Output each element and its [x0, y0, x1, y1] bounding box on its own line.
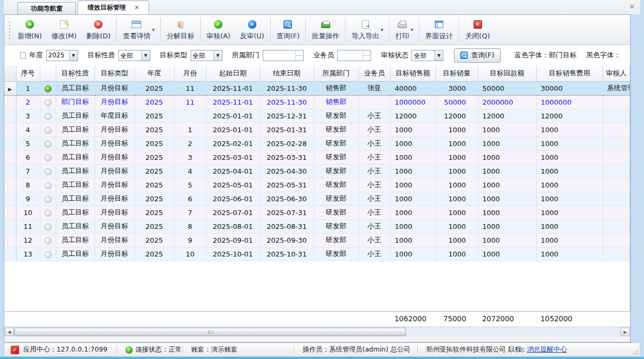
column-header-nature[interactable]: 目标性质 — [56, 66, 95, 81]
cell-year[interactable]: 2025 — [134, 233, 174, 247]
cell-sales[interactable]: 1000 — [390, 247, 435, 261]
cell-expense[interactable]: 30000 — [536, 81, 603, 95]
cell-person[interactable]: 小王 — [358, 219, 390, 233]
table-row[interactable]: 6员工目标月份目标202532025-03-012025-03-31研发部小王1… — [4, 150, 630, 164]
chevron-down-icon[interactable]: ▾ — [381, 27, 383, 32]
cell-dept[interactable]: 研发部 — [314, 233, 358, 247]
cell-end[interactable]: 2025-09-30 — [260, 233, 314, 247]
table-row[interactable]: 4员工目标月份目标202512025-01-012025-01-31研发部小王1… — [4, 123, 630, 136]
cell-seq[interactable]: 6 — [16, 150, 40, 164]
cell-sales[interactable]: 1000 — [390, 206, 435, 219]
cell-qty[interactable]: 1000 — [435, 178, 478, 192]
cell-expense[interactable]: 1000 — [536, 247, 603, 261]
table-row[interactable]: 9员工目标月份目标202562025-06-012025-06-30研发部小王1… — [4, 192, 630, 206]
cell-seq[interactable]: 2 — [16, 95, 40, 109]
cell-year[interactable]: 2025 — [134, 150, 174, 164]
cell-qty[interactable]: 1000 — [435, 123, 478, 136]
cell-qty[interactable]: 1000 — [435, 136, 478, 150]
cell-type[interactable]: 月份目标 — [95, 233, 134, 247]
cell-status[interactable] — [40, 178, 56, 192]
cell-expense[interactable]: 1000 — [536, 178, 603, 192]
chevron-down-icon[interactable]: ▾ — [152, 27, 154, 32]
cell-type[interactable]: 月份目标 — [95, 178, 134, 192]
cell-end[interactable]: 2025-10-31 — [260, 247, 314, 261]
cell-dept[interactable]: 研发部 — [314, 136, 358, 150]
scroll-left-icon[interactable]: ◀ — [5, 328, 14, 336]
cell-qty[interactable]: 50000 — [435, 95, 478, 109]
cell-person[interactable]: 小王 — [358, 192, 390, 206]
cell-sales[interactable]: 1000 — [390, 219, 435, 233]
column-header-type[interactable]: 目标类型 — [95, 66, 134, 81]
tab-performance-target[interactable]: 绩效目标管理 ✕ — [78, 1, 149, 14]
year-select[interactable]: 2025▼ — [46, 50, 78, 61]
query-toolbar-button[interactable]: 查询(F) — [272, 16, 305, 44]
cell-qty[interactable]: 1000 — [435, 247, 478, 261]
cell-seq[interactable]: 11 — [16, 219, 40, 233]
column-header-person[interactable]: 业务员 — [358, 66, 390, 81]
cell-type[interactable]: 月份目标 — [95, 136, 134, 150]
tab-close-icon[interactable]: ✕ — [134, 4, 139, 11]
dept-input[interactable]: ··· — [263, 50, 304, 61]
column-header-end[interactable]: 结束日期 — [260, 66, 314, 81]
audit-status-select[interactable]: 全部▼ — [411, 50, 443, 61]
print-button[interactable]: 打印 ▾ — [391, 16, 418, 44]
cell-year[interactable]: 2025 — [134, 109, 174, 123]
table-row[interactable]: 5员工目标月份目标202522025-02-012025-02-28研发部小王1… — [4, 136, 630, 150]
cell-nature[interactable]: 员工目标 — [56, 219, 95, 233]
cell-nature[interactable]: 员工目标 — [56, 178, 95, 192]
scroll-right-icon[interactable]: ▶ — [621, 328, 630, 336]
cell-auditor[interactable] — [603, 150, 630, 164]
cell-year[interactable]: 2025 — [134, 247, 174, 261]
cell-sales[interactable]: 1000000 — [390, 95, 435, 109]
cell-dept[interactable]: 研发部 — [314, 150, 358, 164]
close-button[interactable]: ✕ 关闭(Q) — [460, 16, 494, 44]
cell-month[interactable]: 6 — [174, 192, 206, 206]
cell-expense[interactable]: 1000 — [536, 164, 603, 178]
cell-start[interactable]: 2025-01-01 — [206, 123, 260, 136]
cell-type[interactable]: 月份目标 — [95, 164, 134, 178]
cell-start[interactable]: 2025-06-01 — [206, 192, 260, 206]
cell-start[interactable]: 2025-01-01 — [206, 109, 260, 123]
cell-auditor[interactable] — [603, 233, 630, 247]
cell-year[interactable]: 2025 — [134, 178, 174, 192]
cell-indicator[interactable] — [4, 178, 16, 192]
table-row[interactable]: 2部门目标月份目标2025112025-11-012025-11-30销售部10… — [4, 95, 630, 109]
cell-year[interactable]: 2025 — [134, 123, 174, 136]
cell-start[interactable]: 2025-05-01 — [206, 178, 260, 192]
cell-dept[interactable]: 研发部 — [314, 247, 358, 261]
cell-type[interactable]: 月份目标 — [95, 95, 134, 109]
cell-year[interactable]: 2025 — [134, 81, 174, 95]
chevron-down-icon[interactable]: ▼ — [69, 50, 78, 61]
cell-type[interactable]: 月份目标 — [95, 123, 134, 136]
cell-indicator[interactable] — [4, 219, 16, 233]
cell-sales[interactable]: 1000 — [390, 192, 435, 206]
column-header-indicator[interactable] — [4, 66, 16, 81]
cell-person[interactable]: 小王 — [358, 150, 390, 164]
cell-collection[interactable]: 1000 — [478, 136, 536, 150]
cell-sales[interactable]: 12000 — [390, 109, 435, 123]
add-button[interactable]: + 新增(N) — [13, 16, 47, 44]
cell-dept[interactable]: 销售部 — [314, 95, 358, 109]
table-row[interactable]: 10员工目标月份目标202572025-07-012025-07-31研发部小王… — [4, 206, 630, 219]
cell-type[interactable]: 月份目标 — [95, 150, 134, 164]
cell-qty[interactable]: 1000 — [435, 233, 478, 247]
cell-sales[interactable]: 1000 — [390, 136, 435, 150]
cell-indicator[interactable] — [4, 247, 16, 261]
cell-nature[interactable]: 员工目标 — [56, 123, 95, 136]
cell-month[interactable]: 11 — [174, 81, 206, 95]
cell-expense[interactable]: 1000 — [536, 192, 603, 206]
cell-indicator[interactable] — [4, 109, 16, 123]
cell-seq[interactable]: 3 — [16, 109, 40, 123]
ellipsis-lookup-icon[interactable]: ··· — [363, 50, 371, 61]
cell-year[interactable]: 2025 — [134, 192, 174, 206]
cell-person[interactable]: 小王 — [358, 164, 390, 178]
cell-type[interactable]: 年度目标 — [95, 109, 134, 123]
year-checkbox[interactable] — [20, 52, 26, 59]
cell-year[interactable]: 2025 — [134, 206, 174, 219]
cell-start[interactable]: 2025-02-01 — [206, 136, 260, 150]
cell-nature[interactable]: 员工目标 — [56, 81, 95, 95]
cell-sales[interactable]: 1000 — [390, 233, 435, 247]
cell-auditor[interactable] — [603, 123, 630, 136]
toolbar-grip[interactable] — [8, 21, 11, 39]
column-header-status[interactable] — [40, 66, 56, 81]
